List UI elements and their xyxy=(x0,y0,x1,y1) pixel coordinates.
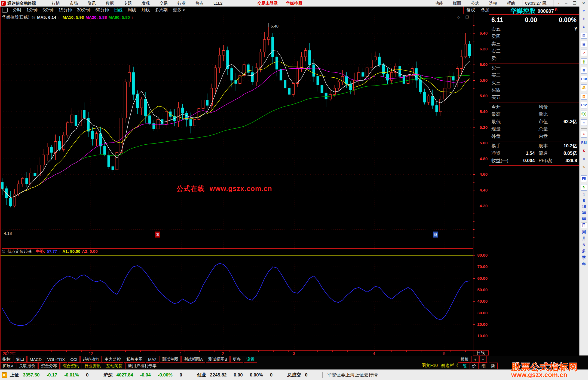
page-down-icon[interactable]: ⇩ xyxy=(581,24,587,30)
report-icon[interactable]: ▤ xyxy=(581,32,587,39)
indicator-name[interactable]: 低点定位起涨 xyxy=(7,249,32,254)
sidebar-period-日[interactable]: 日 xyxy=(581,223,587,228)
structure-icon[interactable]: 品 xyxy=(581,84,587,91)
sidebar-period-季[interactable]: 季 xyxy=(582,255,586,260)
right-tab[interactable]: 势 xyxy=(489,363,498,369)
indicator-tab[interactable]: 主力监控 xyxy=(102,356,123,363)
right-tab[interactable]: 笔 xyxy=(460,363,469,369)
right-tab[interactable]: 细 xyxy=(479,363,488,369)
page-up-icon[interactable]: ⇧ xyxy=(581,16,587,22)
menu-item[interactable]: 选项 xyxy=(489,1,497,5)
sidebar-period-30[interactable]: 30 xyxy=(582,211,586,215)
indicator-tab[interactable]: MACD xyxy=(27,356,44,363)
menu-item[interactable]: 公式 xyxy=(471,1,479,5)
template-button[interactable]: − xyxy=(479,356,487,363)
window-close-icon[interactable]: ✕ xyxy=(582,1,585,5)
kline-icon[interactable]: ╫ xyxy=(581,58,587,65)
template-button[interactable]: 模板 xyxy=(458,356,471,363)
quote-table-icon[interactable]: ▦ xyxy=(581,41,587,47)
collapse-chevron-icon[interactable]: ◎ xyxy=(2,249,5,254)
draw-pencil-icon[interactable]: ✎ xyxy=(581,164,587,170)
indicator-tab[interactable]: 设置 xyxy=(244,356,257,363)
refresh-icon[interactable]: ↻ xyxy=(581,184,587,191)
menu-item[interactable]: 行情 xyxy=(52,1,60,5)
window-restore-icon[interactable]: ❐ xyxy=(573,1,576,5)
index-quote-沪深[interactable]: 沪深4027.84-0.04-0.00%0 xyxy=(103,372,189,378)
period-tab[interactable]: 周线 xyxy=(127,8,136,12)
indicator-tab[interactable]: 测试主图 xyxy=(160,356,181,363)
window-back-icon[interactable]: ‹ xyxy=(558,1,560,5)
back-arrow-icon[interactable]: ⇦ xyxy=(581,8,587,14)
move-tool-icon[interactable]: ✥ xyxy=(581,156,587,162)
trend-line-icon[interactable]: ↗ xyxy=(581,50,587,56)
collapse-chevron-icon[interactable]: ◎ xyxy=(32,15,35,19)
right-tab[interactable]: 侧边栏《 xyxy=(439,363,460,369)
indicator-tab[interactable]: 趋势动力 xyxy=(80,356,102,363)
indicator-tab[interactable]: 更多 xyxy=(230,356,243,363)
indicator-tab[interactable]: 窗口 xyxy=(14,356,27,363)
sidebar-period-5[interactable]: 5 xyxy=(583,199,585,203)
menu-item[interactable]: 市场 xyxy=(70,1,78,5)
layout-split-icon[interactable] xyxy=(2,8,8,13)
period-tab[interactable]: 1分钟 xyxy=(26,8,38,12)
template-button[interactable]: + xyxy=(471,356,479,363)
info-tab[interactable]: 互动问答 xyxy=(104,363,125,369)
sidebar-period-60[interactable]: 60 xyxy=(582,217,586,221)
menu-item[interactable]: 版面 xyxy=(453,1,461,5)
login-status[interactable]: 交易未登录 xyxy=(257,1,278,6)
menu-item[interactable]: 行业 xyxy=(177,1,186,5)
indicator-tab[interactable]: CCI xyxy=(68,356,80,363)
s-indicator-icon[interactable]: S xyxy=(581,148,587,154)
period-tab[interactable]: 60分钟 xyxy=(95,8,109,12)
market-status-icon[interactable] xyxy=(2,372,7,378)
sidebar-period-多[interactable]: 多 xyxy=(582,249,586,254)
info-tab[interactable]: 关联报价 xyxy=(17,363,38,369)
chart-corner-icons[interactable]: ◇ ❐ xyxy=(457,15,471,19)
formula-icon[interactable]: f(x) xyxy=(581,111,587,117)
menu-item[interactable]: 专题 xyxy=(124,1,132,5)
sidebar-period-15[interactable]: 15 xyxy=(582,205,586,209)
multi-curve-icon[interactable]: ≈ xyxy=(581,131,587,138)
sidebar-period-月[interactable]: 月 xyxy=(582,236,586,241)
indicator-tab[interactable]: MA2 xyxy=(146,356,159,363)
circle-tool-icon[interactable]: ○ xyxy=(581,119,587,126)
period-tab[interactable]: 30分钟 xyxy=(77,8,91,12)
menu-item[interactable]: 交易 xyxy=(160,1,168,5)
index-quote-创业[interactable]: 创业2245.820.000.00%0 xyxy=(197,372,280,378)
menu-item[interactable]: 发现 xyxy=(142,1,150,5)
sidebar-period-年[interactable]: 年 xyxy=(582,262,586,267)
window-minimize-icon[interactable]: – xyxy=(565,1,567,5)
menu-item[interactable]: 资讯 xyxy=(88,1,96,5)
right-tab[interactable]: 价 xyxy=(470,363,479,369)
f10-icon[interactable]: F10 xyxy=(581,76,587,82)
right-tab[interactable]: 图文F10 xyxy=(420,363,439,369)
indicator-tab[interactable]: 测试幅图A xyxy=(181,356,205,363)
period-tab[interactable]: 多周期 xyxy=(155,8,168,12)
period-tab[interactable]: 分时 xyxy=(13,8,22,12)
info-tab[interactable]: 扩展∧ xyxy=(0,363,16,369)
menu-item[interactable]: L1L2 xyxy=(213,1,222,5)
info-tab[interactable]: 新用户福利专享 xyxy=(125,363,159,369)
info-tab[interactable]: 资金分布 xyxy=(38,363,60,369)
indicator-tab[interactable]: VOL-TDX xyxy=(45,356,67,363)
period-tab[interactable]: 月线 xyxy=(141,8,150,12)
stock-shortcut[interactable]: 华媒控股 xyxy=(286,1,302,6)
period-tab[interactable]: 更多 > xyxy=(173,8,185,12)
sidebar-period-周[interactable]: 周 xyxy=(582,230,586,235)
sidebar-period-N[interactable]: N xyxy=(583,243,585,247)
menu-item[interactable]: 帮助 xyxy=(507,1,515,5)
menu-item[interactable]: 数据 xyxy=(106,1,114,5)
sidebar-period-1[interactable]: 1 xyxy=(583,193,585,197)
indicator-tab[interactable]: 测试幅图B xyxy=(206,356,230,363)
rsi-icon[interactable]: RSI xyxy=(581,140,587,146)
period-tab[interactable]: 日线 xyxy=(114,8,122,12)
f12-icon[interactable]: F12 xyxy=(581,102,587,108)
menu-item[interactable]: 功能 xyxy=(435,1,443,5)
chart-action-button[interactable]: 复权 xyxy=(463,7,478,14)
f5-icon[interactable]: F5 xyxy=(581,175,587,182)
self-select-icon[interactable]: 自 xyxy=(581,93,587,100)
info-tab[interactable]: 综合资讯 xyxy=(60,363,81,369)
info-tab[interactable]: 行业资讯 xyxy=(82,363,103,369)
indicator-tab[interactable]: 私募主图 xyxy=(124,356,145,363)
indicator-tab[interactable]: 指标 xyxy=(0,356,13,363)
